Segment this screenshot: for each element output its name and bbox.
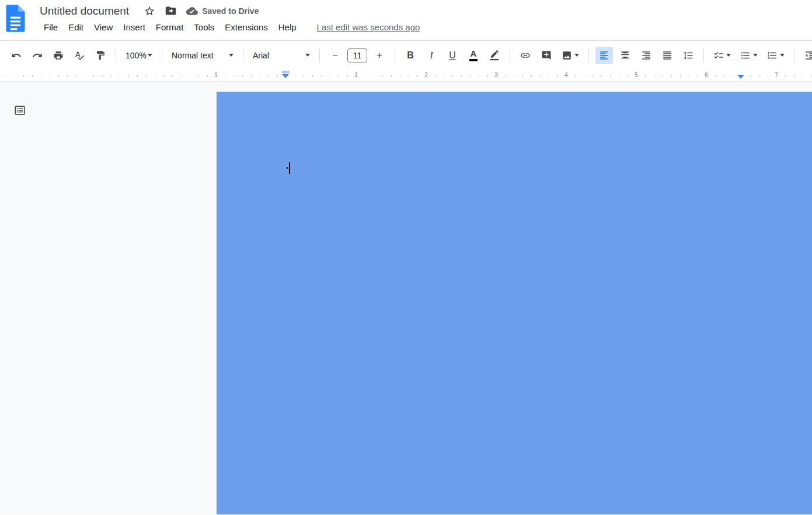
first-line-indent-marker[interactable] — [282, 71, 290, 74]
document-title[interactable]: Untitled document — [40, 5, 129, 18]
underline-button[interactable]: U — [444, 47, 461, 64]
bold-button[interactable]: B — [402, 47, 419, 64]
toolbar-divider — [510, 48, 510, 62]
saved-status-label: Saved to Drive — [202, 6, 259, 16]
toolbar-divider — [319, 48, 320, 62]
italic-button[interactable]: I — [423, 47, 440, 64]
menu-help[interactable]: Help — [273, 20, 302, 34]
paint-roller-icon — [95, 50, 106, 61]
menu-insert[interactable]: Insert — [118, 20, 151, 34]
menu-view[interactable]: View — [89, 20, 118, 34]
saved-status[interactable]: Saved to Drive — [186, 5, 259, 17]
chevron-down-icon — [305, 54, 310, 57]
font-select[interactable]: Arial — [248, 47, 315, 64]
align-left-icon — [599, 50, 609, 61]
align-right-button[interactable] — [637, 47, 655, 64]
menu-tools[interactable]: Tools — [189, 20, 219, 34]
toolbar-divider — [703, 48, 704, 62]
line-spacing-icon — [683, 50, 693, 61]
last-edit-link[interactable]: Last edit was seconds ago — [317, 22, 420, 32]
indent-decrease-icon — [804, 50, 812, 61]
checklist-button[interactable] — [710, 47, 734, 64]
ruler-number: 3 — [493, 71, 500, 79]
zoom-value: 100% — [126, 51, 147, 60]
ruler-ticks — [0, 75, 812, 76]
line-spacing-button[interactable] — [679, 47, 697, 64]
link-icon — [520, 50, 531, 61]
bulleted-list-icon — [740, 50, 751, 61]
paragraph-style-value: Normal text — [172, 51, 214, 60]
paragraph-style-select[interactable]: Normal text — [167, 47, 238, 64]
plus-icon: + — [377, 50, 382, 61]
bulleted-list-button[interactable] — [737, 47, 761, 64]
cloud-done-icon — [186, 5, 198, 17]
align-justify-icon — [662, 50, 672, 61]
numbered-list-icon — [767, 50, 778, 61]
move-to-folder-button[interactable] — [163, 4, 178, 19]
toolbar-divider — [794, 48, 794, 62]
ruler-number: 4 — [563, 71, 570, 79]
increase-font-size-button[interactable]: + — [371, 47, 388, 64]
ruler[interactable]: 1 1 2 3 4 5 6 7 — [0, 69, 812, 82]
text-cursor — [289, 162, 290, 174]
insert-link-button[interactable] — [517, 47, 534, 64]
justify-button[interactable] — [658, 47, 676, 64]
print-icon — [53, 50, 64, 61]
menu-format[interactable]: Format — [151, 20, 189, 34]
align-center-button[interactable] — [616, 47, 634, 64]
left-indent-triangle-icon — [282, 74, 289, 78]
document-outline-icon — [13, 104, 26, 117]
print-button[interactable] — [50, 47, 67, 64]
chevron-down-icon — [780, 54, 785, 57]
right-indent-triangle-icon — [737, 75, 744, 79]
ruler-number: 1 — [212, 71, 219, 79]
spellcheck-button[interactable] — [71, 47, 88, 64]
undo-button[interactable] — [8, 47, 25, 64]
toolbar: 100% Normal text Arial − + B I U A — [0, 41, 812, 69]
redo-button[interactable] — [29, 47, 46, 64]
toolbar-divider — [116, 48, 116, 62]
right-indent-marker[interactable] — [737, 74, 744, 79]
add-comment-icon — [541, 50, 552, 61]
ruler-number: 5 — [633, 71, 640, 79]
add-comment-button[interactable] — [538, 47, 555, 64]
chevron-down-icon — [229, 54, 234, 57]
decrease-font-size-button[interactable]: − — [326, 47, 344, 64]
spellcheck-icon — [74, 50, 85, 61]
checklist-icon — [713, 50, 724, 61]
menu-extensions[interactable]: Extensions — [219, 20, 273, 34]
font-size-input[interactable] — [347, 48, 367, 62]
ruler-number: 6 — [703, 71, 710, 79]
insert-image-button[interactable] — [559, 47, 582, 64]
chevron-down-icon — [148, 54, 152, 57]
paint-format-button[interactable] — [92, 47, 109, 64]
numbered-list-button[interactable] — [764, 47, 787, 64]
indent-decrease-button[interactable] — [801, 47, 812, 64]
toolbar-divider — [588, 48, 589, 62]
toolbar-divider — [162, 48, 162, 62]
align-center-icon — [620, 50, 630, 61]
text-color-button[interactable]: A — [465, 47, 482, 64]
menubar: File Edit View Insert Format Tools Exten… — [0, 18, 812, 36]
redo-icon — [32, 50, 43, 61]
align-left-button[interactable] — [595, 47, 613, 64]
ruler-number: 7 — [773, 71, 780, 79]
docs-logo[interactable] — [5, 5, 26, 32]
toolbar-divider — [395, 48, 395, 62]
zoom-select[interactable]: 100% — [121, 47, 157, 64]
ruler-number: 2 — [423, 71, 430, 79]
chevron-down-icon — [753, 54, 758, 57]
chevron-down-icon — [726, 54, 731, 57]
left-indent-marker[interactable] — [282, 71, 290, 78]
text-color-icon: A — [469, 49, 478, 61]
menu-edit[interactable]: Edit — [63, 20, 89, 34]
content-area — [0, 82, 812, 514]
star-icon — [144, 5, 155, 17]
document-page[interactable] — [217, 92, 812, 514]
show-outline-button[interactable] — [12, 103, 27, 118]
star-button[interactable] — [142, 4, 157, 19]
highlighter-icon — [489, 50, 500, 61]
highlight-color-button[interactable] — [486, 47, 503, 64]
menu-file[interactable]: File — [39, 20, 63, 34]
title-row: Untitled document Saved to Drive — [0, 0, 812, 18]
